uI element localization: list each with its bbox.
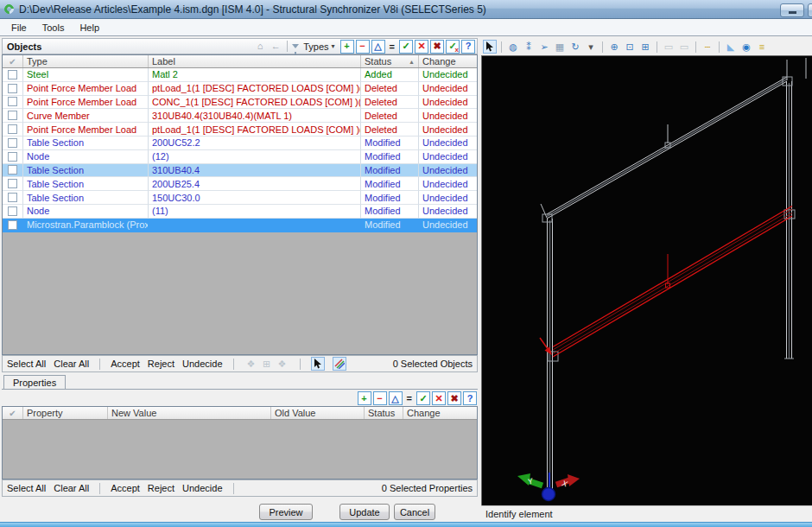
change-cell[interactable]: Undecided	[419, 82, 477, 96]
label-cell[interactable]: 150UC30.0	[149, 191, 361, 205]
type-cell[interactable]: Point Force Member Load	[23, 96, 149, 110]
change-cell[interactable]: Undecided	[419, 164, 477, 178]
undecide-link[interactable]: Undecide	[182, 359, 222, 369]
remove-button[interactable]: −	[356, 40, 370, 54]
table-row[interactable]: Table Section200UC52.2ModifiedUndecided	[3, 137, 477, 150]
maximize-button[interactable]	[808, 3, 812, 17]
zoom-in-icon[interactable]: ⊕	[607, 40, 621, 54]
status-cell[interactable]: Modified	[361, 150, 419, 164]
delta-button[interactable]: △	[371, 40, 385, 54]
reject-all-button[interactable]: ✖	[430, 40, 444, 54]
table-row[interactable]: Table Section310UB40.4ModifiedUndecided	[3, 164, 477, 178]
select-pointer-toggle[interactable]	[311, 357, 325, 371]
change-cell[interactable]: Undecided	[419, 219, 477, 232]
types-caret-icon[interactable]: ▾	[332, 42, 335, 50]
undecide-link[interactable]: Undecide	[182, 483, 222, 493]
clip-volume-icon[interactable]: ┄	[701, 40, 714, 54]
table-row[interactable]: Curve Member310UB40.4(310UB40.4)(MATL 1)…	[3, 109, 477, 123]
type-cell[interactable]: Microstran.Paramblock (Proxy)	[23, 219, 149, 232]
status-cell[interactable]: Deleted	[361, 123, 419, 137]
accept-link[interactable]: Accept	[111, 359, 140, 369]
label-cell[interactable]: CONC_1(1 [DESC] FACTORED LOADS [COM] )(3…	[149, 96, 361, 110]
new-value-column-header[interactable]: New Value	[108, 407, 271, 419]
cancel-button[interactable]: Cancel	[394, 504, 435, 520]
table-row[interactable]: Node(11)ModifiedUndecided	[3, 205, 477, 219]
row-checkbox[interactable]	[8, 193, 17, 202]
status-cell[interactable]: Modified	[361, 205, 419, 219]
preview-button[interactable]: Preview	[259, 504, 313, 520]
row-checkbox[interactable]	[8, 179, 17, 188]
type-cell[interactable]: Node	[23, 150, 149, 164]
remove-button[interactable]: −	[373, 391, 387, 405]
change-cell[interactable]: Undecided	[419, 137, 477, 150]
change-cell[interactable]: Undecided	[419, 68, 477, 82]
label-cell[interactable]: Matl 2	[149, 68, 361, 82]
types-filter-button[interactable]: Types	[303, 41, 328, 52]
label-cell[interactable]: (11)	[149, 205, 361, 219]
table-row[interactable]: Point Force Member LoadptLoad_1(1 [DESC]…	[3, 123, 477, 137]
viewport-3d[interactable]: Y X	[481, 55, 812, 505]
change-cell[interactable]: Undecided	[419, 205, 477, 219]
old-value-column-header[interactable]: Old Value	[271, 407, 365, 419]
label-column-header[interactable]: Label	[149, 55, 361, 67]
type-cell[interactable]: Point Force Member Load	[23, 82, 149, 96]
label-cell[interactable]	[149, 219, 361, 232]
render-mode-icon[interactable]: ◣	[724, 40, 738, 54]
fly-icon[interactable]: ➢	[537, 40, 551, 54]
reject-link[interactable]: Reject	[148, 359, 174, 369]
select-all-link[interactable]: Select All	[7, 483, 46, 493]
rotate-caret[interactable]: ▾	[584, 40, 598, 54]
change-cell[interactable]: Undecided	[419, 150, 477, 164]
clear-all-link[interactable]: Clear All	[54, 359, 89, 369]
row-checkbox[interactable]	[8, 70, 17, 79]
table-row[interactable]: Microstran.Paramblock (Proxy)ModifiedUnd…	[3, 219, 477, 232]
help-button[interactable]: ?	[463, 391, 477, 405]
label-cell[interactable]: 310UB40.4	[149, 164, 361, 178]
reject-x-button[interactable]: ✕	[432, 391, 446, 405]
status-cell[interactable]: Modified	[361, 177, 419, 191]
change-column-header[interactable]: Change	[419, 55, 477, 67]
globe-icon[interactable]: ◉	[739, 40, 753, 54]
layers-icon[interactable]: ≡	[755, 40, 769, 54]
label-cell[interactable]: ptLoad_1(1 [DESC] FACTORED LOADS [COM] )…	[149, 82, 361, 96]
type-cell[interactable]: Curve Member	[23, 109, 149, 123]
change-cell[interactable]: Undecided	[419, 177, 477, 191]
type-cell[interactable]: Point Force Member Load	[23, 123, 149, 137]
accept-check-button[interactable]: ✓	[399, 40, 413, 54]
type-cell[interactable]: Table Section	[23, 137, 149, 150]
select-column-header[interactable]: ✔	[3, 407, 23, 419]
type-cell[interactable]: Table Section	[23, 177, 149, 191]
property-column-header[interactable]: Property	[23, 407, 108, 419]
help-button[interactable]: ?	[461, 40, 475, 54]
reject-all-button[interactable]: ✖	[447, 391, 461, 405]
change-cell[interactable]: Undecided	[419, 96, 477, 110]
clear-all-link[interactable]: Clear All	[54, 483, 89, 493]
menu-file[interactable]: File	[3, 21, 35, 35]
menu-tools[interactable]: Tools	[35, 21, 73, 35]
menu-help[interactable]: Help	[72, 21, 107, 35]
type-cell[interactable]: Steel	[23, 68, 149, 82]
row-checkbox[interactable]	[8, 111, 17, 120]
label-cell[interactable]: 200UB25.4	[149, 177, 361, 191]
fit-view-icon[interactable]: ⊞	[638, 40, 652, 54]
status-cell[interactable]: Deleted	[361, 96, 419, 110]
row-checkbox[interactable]	[8, 97, 17, 106]
minimize-button[interactable]	[780, 3, 804, 17]
label-cell[interactable]: (12)	[149, 150, 361, 164]
status-column-header[interactable]: Status ▲	[361, 55, 419, 67]
row-checkbox[interactable]	[8, 152, 17, 162]
undecide-check-button[interactable]: ✓	[446, 40, 460, 54]
status-column-header[interactable]: Status	[365, 407, 403, 419]
add-button[interactable]: +	[340, 40, 354, 54]
change-column-header[interactable]: Change	[403, 407, 477, 419]
rotate-view-icon[interactable]: ↻	[568, 40, 582, 54]
delta-button[interactable]: △	[389, 391, 403, 405]
title-bar[interactable]: D:\Dev\Release Articles\Example 4.ism.dg…	[0, 0, 812, 19]
status-cell[interactable]: Modified	[361, 191, 419, 205]
zoom-window-icon[interactable]: ⊡	[623, 40, 637, 54]
label-cell[interactable]: 200UC52.2	[149, 137, 361, 150]
type-cell[interactable]: Node	[23, 205, 149, 219]
accept-link[interactable]: Accept	[111, 483, 140, 493]
change-cell[interactable]: Undecided	[419, 191, 477, 205]
change-cell[interactable]: Undecided	[419, 109, 477, 123]
